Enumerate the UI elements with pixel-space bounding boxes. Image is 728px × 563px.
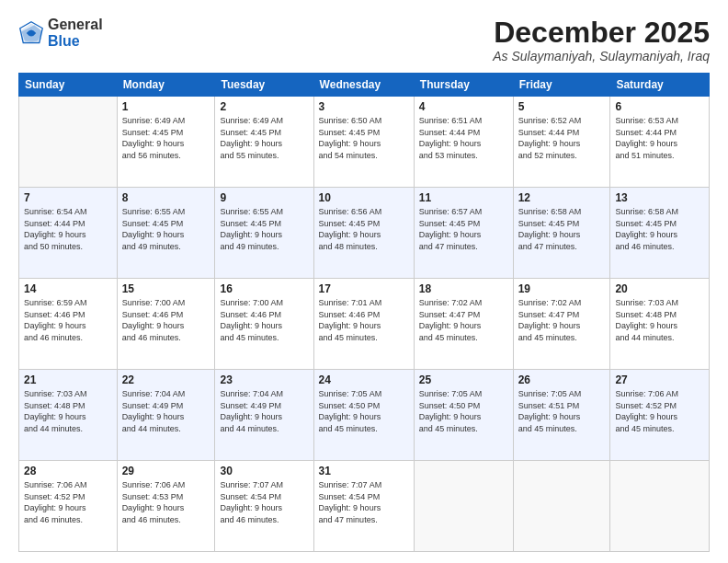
- daylight-text-line1: Daylight: 9 hours: [419, 138, 508, 150]
- day-info: Sunrise: 6:58 AMSunset: 4:45 PMDaylight:…: [518, 206, 606, 252]
- sunset-text: Sunset: 4:48 PM: [615, 309, 704, 321]
- calendar-week-row: 1Sunrise: 6:49 AMSunset: 4:45 PMDaylight…: [19, 97, 710, 188]
- calendar-cell: 6Sunrise: 6:53 AMSunset: 4:44 PMDaylight…: [610, 97, 710, 188]
- daylight-text-line2: and 45 minutes.: [615, 423, 704, 435]
- day-number: 12: [518, 191, 606, 204]
- day-number: 22: [122, 373, 210, 386]
- calendar-cell: [414, 461, 513, 552]
- calendar-cell: 9Sunrise: 6:55 AMSunset: 4:45 PMDaylight…: [215, 188, 313, 279]
- day-number: 6: [615, 100, 704, 113]
- day-info: Sunrise: 7:03 AMSunset: 4:48 PMDaylight:…: [24, 388, 112, 434]
- calendar-cell: 4Sunrise: 6:51 AMSunset: 4:44 PMDaylight…: [414, 97, 513, 188]
- sunrise-text: Sunrise: 7:02 AM: [518, 297, 606, 309]
- daylight-text-line1: Daylight: 9 hours: [24, 320, 112, 332]
- day-info: Sunrise: 6:53 AMSunset: 4:44 PMDaylight:…: [615, 115, 704, 161]
- sunrise-text: Sunrise: 7:02 AM: [419, 297, 508, 309]
- day-info: Sunrise: 6:50 AMSunset: 4:45 PMDaylight:…: [319, 115, 409, 161]
- day-number: 23: [220, 373, 308, 386]
- day-info: Sunrise: 6:54 AMSunset: 4:44 PMDaylight:…: [24, 206, 112, 252]
- day-number: 28: [24, 465, 112, 477]
- daylight-text-line1: Daylight: 9 hours: [319, 138, 409, 150]
- calendar-cell: 19Sunrise: 7:02 AMSunset: 4:47 PMDayligh…: [513, 279, 610, 370]
- calendar-cell: 26Sunrise: 7:05 AMSunset: 4:51 PMDayligh…: [513, 370, 610, 461]
- daylight-text-line2: and 45 minutes.: [220, 332, 308, 344]
- day-info: Sunrise: 7:06 AMSunset: 4:52 PMDaylight:…: [615, 388, 704, 434]
- daylight-text-line1: Daylight: 9 hours: [419, 411, 508, 423]
- calendar-cell: 17Sunrise: 7:01 AMSunset: 4:46 PMDayligh…: [313, 279, 414, 370]
- calendar-cell: 21Sunrise: 7:03 AMSunset: 4:48 PMDayligh…: [19, 370, 118, 461]
- daylight-text-line2: and 54 minutes.: [319, 150, 409, 162]
- sunset-text: Sunset: 4:54 PM: [220, 491, 308, 503]
- day-number: 15: [122, 282, 210, 295]
- sunrise-text: Sunrise: 7:00 AM: [122, 297, 210, 309]
- daylight-text-line2: and 46 minutes.: [122, 514, 210, 526]
- daylight-text-line2: and 48 minutes.: [319, 241, 409, 253]
- calendar-page: General Blue December 2025 As Sulaymaniy…: [0, 0, 728, 563]
- daylight-text-line1: Daylight: 9 hours: [419, 320, 508, 332]
- daylight-text-line2: and 44 minutes.: [24, 423, 112, 435]
- daylight-text-line2: and 53 minutes.: [419, 150, 508, 162]
- daylight-text-line1: Daylight: 9 hours: [122, 502, 210, 514]
- daylight-text-line2: and 46 minutes.: [122, 332, 210, 344]
- day-number: 14: [24, 282, 112, 295]
- daylight-text-line1: Daylight: 9 hours: [122, 229, 210, 241]
- daylight-text-line2: and 45 minutes.: [319, 423, 409, 435]
- header-saturday: Saturday: [610, 74, 710, 97]
- daylight-text-line1: Daylight: 9 hours: [220, 502, 308, 514]
- sunset-text: Sunset: 4:45 PM: [615, 218, 704, 230]
- day-number: 1: [122, 100, 210, 113]
- daylight-text-line2: and 49 minutes.: [220, 241, 308, 253]
- day-info: Sunrise: 6:56 AMSunset: 4:45 PMDaylight:…: [319, 206, 409, 252]
- daylight-text-line2: and 44 minutes.: [122, 423, 210, 435]
- daylight-text-line2: and 45 minutes.: [419, 423, 508, 435]
- logo-general: General: [48, 17, 103, 32]
- sunset-text: Sunset: 4:45 PM: [220, 218, 308, 230]
- calendar-cell: [19, 97, 118, 188]
- calendar-cell: 16Sunrise: 7:00 AMSunset: 4:46 PMDayligh…: [215, 279, 313, 370]
- calendar-cell: 18Sunrise: 7:02 AMSunset: 4:47 PMDayligh…: [414, 279, 513, 370]
- sunrise-text: Sunrise: 6:54 AM: [24, 206, 112, 218]
- sunrise-text: Sunrise: 7:01 AM: [319, 297, 409, 309]
- daylight-text-line1: Daylight: 9 hours: [319, 229, 409, 241]
- daylight-text-line1: Daylight: 9 hours: [220, 229, 308, 241]
- day-info: Sunrise: 7:05 AMSunset: 4:51 PMDaylight:…: [518, 388, 606, 434]
- sunset-text: Sunset: 4:52 PM: [24, 491, 112, 503]
- sunrise-text: Sunrise: 6:53 AM: [615, 115, 704, 127]
- day-info: Sunrise: 6:58 AMSunset: 4:45 PMDaylight:…: [615, 206, 704, 252]
- sunset-text: Sunset: 4:45 PM: [122, 218, 210, 230]
- header-tuesday: Tuesday: [215, 74, 313, 97]
- day-info: Sunrise: 7:04 AMSunset: 4:49 PMDaylight:…: [122, 388, 210, 434]
- title-block: December 2025 As Sulaymaniyah, Sulaymani…: [493, 17, 710, 63]
- daylight-text-line2: and 55 minutes.: [220, 150, 308, 162]
- day-number: 5: [518, 100, 606, 113]
- daylight-text-line1: Daylight: 9 hours: [518, 138, 606, 150]
- daylight-text-line1: Daylight: 9 hours: [615, 320, 704, 332]
- daylight-text-line1: Daylight: 9 hours: [319, 320, 409, 332]
- calendar-cell: 23Sunrise: 7:04 AMSunset: 4:49 PMDayligh…: [215, 370, 313, 461]
- daylight-text-line1: Daylight: 9 hours: [518, 320, 606, 332]
- daylight-text-line2: and 50 minutes.: [24, 241, 112, 253]
- day-info: Sunrise: 7:04 AMSunset: 4:49 PMDaylight:…: [220, 388, 308, 434]
- calendar-cell: 30Sunrise: 7:07 AMSunset: 4:54 PMDayligh…: [215, 461, 313, 552]
- sunrise-text: Sunrise: 7:06 AM: [122, 479, 210, 491]
- day-info: Sunrise: 6:55 AMSunset: 4:45 PMDaylight:…: [122, 206, 210, 252]
- daylight-text-line2: and 46 minutes.: [615, 241, 704, 253]
- day-number: 16: [220, 282, 308, 295]
- day-number: 26: [518, 373, 606, 386]
- calendar-cell: 29Sunrise: 7:06 AMSunset: 4:53 PMDayligh…: [117, 461, 215, 552]
- daylight-text-line1: Daylight: 9 hours: [518, 229, 606, 241]
- calendar-cell: 31Sunrise: 7:07 AMSunset: 4:54 PMDayligh…: [313, 461, 414, 552]
- sunset-text: Sunset: 4:54 PM: [319, 491, 409, 503]
- daylight-text-line2: and 47 minutes.: [518, 241, 606, 253]
- daylight-text-line2: and 46 minutes.: [24, 514, 112, 526]
- daylight-text-line1: Daylight: 9 hours: [24, 229, 112, 241]
- calendar-cell: 5Sunrise: 6:52 AMSunset: 4:44 PMDaylight…: [513, 97, 610, 188]
- sunset-text: Sunset: 4:51 PM: [518, 400, 606, 412]
- daylight-text-line2: and 46 minutes.: [220, 514, 308, 526]
- month-title: December 2025: [493, 17, 710, 49]
- sunrise-text: Sunrise: 6:58 AM: [615, 206, 704, 218]
- sunrise-text: Sunrise: 6:50 AM: [319, 115, 409, 127]
- calendar-cell: 11Sunrise: 6:57 AMSunset: 4:45 PMDayligh…: [414, 188, 513, 279]
- sunrise-text: Sunrise: 6:51 AM: [419, 115, 508, 127]
- calendar-week-row: 21Sunrise: 7:03 AMSunset: 4:48 PMDayligh…: [19, 370, 710, 461]
